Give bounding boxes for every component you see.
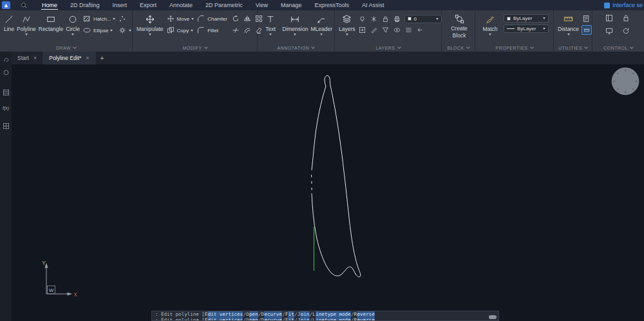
command-option-linetype-mode[interactable]: Linetype mode [312, 317, 351, 321]
command-scrollbar-thumb[interactable] [489, 315, 497, 319]
interface-settings-button[interactable]: Interface se [604, 0, 643, 10]
match-properties-button[interactable]: Match [479, 12, 501, 35]
layers-button[interactable]: Layers [339, 12, 355, 35]
tab-close-icon[interactable]: × [86, 55, 89, 61]
trim-icon[interactable] [231, 26, 240, 35]
fields-panel-icon[interactable]: f(x) [1, 103, 10, 112]
panels-icon[interactable] [605, 14, 614, 23]
layer-on-icon[interactable] [358, 14, 367, 23]
quick-measure-toggle[interactable] [582, 25, 592, 35]
polyline-icon [22, 14, 31, 24]
command-prompt-text: : Edit polyline [ [155, 317, 205, 321]
app-logo[interactable] [2, 1, 10, 9]
drawing-viewport: W Y X [12, 64, 644, 321]
layer-previous-icon[interactable] [416, 25, 425, 34]
fillet-icon [196, 26, 205, 35]
text-button[interactable]: Text [261, 12, 279, 35]
move-button[interactable]: Move [166, 14, 194, 23]
new-tab-button[interactable]: + [96, 52, 109, 64]
color-dropdown[interactable]: ByLayer [504, 14, 549, 23]
ucs-icon: W Y X [42, 260, 77, 298]
dimension-icon [290, 14, 299, 24]
menu-item-home[interactable]: Home [35, 0, 64, 10]
chamfer-button[interactable]: Chamfer [196, 14, 227, 23]
left-panel-bar: f(x) [0, 52, 12, 321]
command-option-edit-vertices[interactable]: Edit vertices [205, 317, 243, 321]
layer-filter-icon[interactable] [381, 25, 390, 34]
manipulate-button[interactable]: Manipulate [137, 12, 164, 35]
layer-select-dropdown[interactable]: 0 [404, 15, 442, 23]
polyline-button[interactable]: Polyline [17, 12, 36, 35]
match-brush-icon [486, 14, 495, 24]
mleader-button[interactable]: MLeader [310, 12, 332, 35]
menu-item-annotate[interactable]: Annotate [163, 0, 199, 10]
rectangle-button[interactable]: Rectangle [39, 12, 63, 32]
layer-new-icon[interactable] [358, 25, 367, 34]
circle-button[interactable]: Circle [66, 12, 80, 35]
command-option-join[interactable]: Join [298, 317, 310, 321]
polyline-entity[interactable] [312, 75, 361, 277]
linetype-dropdown[interactable]: ByLayer [504, 24, 549, 33]
hatch-button[interactable]: Hatch... [82, 14, 116, 23]
monitor-icon[interactable] [605, 26, 614, 35]
menu-item-2d-drafting[interactable]: 2D Drafting [64, 0, 106, 10]
layers-group-title: LAYERS [375, 46, 395, 50]
distance-button[interactable]: Distance [558, 12, 579, 35]
mleader-label: MLeader [310, 26, 332, 32]
menu-item-expresstools[interactable]: ExpressTools [308, 0, 356, 10]
ellipse-button[interactable]: Ellipse [82, 26, 116, 35]
command-option-reverse[interactable]: Reverse [354, 317, 375, 321]
block-group-label: BLOCK [442, 46, 475, 50]
lock-icon[interactable] [621, 14, 630, 23]
modify-group-title: MODIFY [182, 46, 202, 50]
command-option-hotkey: O [246, 317, 249, 321]
calculator-icon[interactable] [582, 14, 591, 23]
chamfer-label: Chamfer [207, 16, 227, 22]
mirror-icon[interactable] [243, 14, 252, 23]
hook-icon[interactable] [1, 55, 10, 64]
ellipse-icon [82, 26, 91, 35]
command-option-open[interactable]: Open [246, 317, 258, 321]
document-tab-polyline-edit[interactable]: Polyline Edit*× [43, 52, 95, 64]
properties-panel-icon[interactable] [1, 88, 10, 97]
copy-button[interactable]: Copy [166, 26, 194, 35]
circle-tool-icon[interactable] [1, 68, 10, 77]
chevron-down-icon [584, 45, 588, 49]
copy-label: Copy [177, 28, 189, 34]
layer-states-icon[interactable] [404, 25, 413, 34]
document-tab-start[interactable]: Start× [12, 52, 43, 64]
dimension-button[interactable]: Dimension [282, 12, 308, 35]
layer-edit-icon[interactable] [370, 25, 379, 34]
menu-item-ai-assist[interactable]: AI Assist [355, 0, 391, 10]
menu-item-manage[interactable]: Manage [274, 0, 308, 10]
command-line-panel[interactable]: : Edit polyline [Edit vertices/Open/Decu… [151, 311, 499, 321]
line-button[interactable]: Line [4, 12, 14, 32]
command-option-decurve[interactable]: Decurve [261, 317, 283, 321]
datagrid-panel-icon[interactable] [1, 121, 10, 130]
fillet-button[interactable]: Fillet [196, 26, 227, 35]
line-label: Line [4, 26, 14, 32]
point-button[interactable] [118, 14, 131, 23]
chevron-down-icon [397, 45, 401, 49]
dimension-label: Dimension [282, 26, 308, 32]
caret-down-icon [543, 17, 545, 19]
offset-icon[interactable] [243, 26, 252, 35]
ucs-x-label: X [73, 291, 77, 298]
create-block-button[interactable]: Create Block [446, 12, 473, 39]
menu-item-insert[interactable]: Insert [106, 0, 134, 10]
layer-plot-icon[interactable] [393, 14, 402, 23]
command-option-fit[interactable]: Fit [285, 317, 295, 321]
layer-freeze-icon[interactable] [370, 14, 379, 23]
layer-isolate-icon[interactable] [393, 25, 402, 34]
draw-settings-button[interactable] [118, 26, 131, 35]
tab-close-icon[interactable]: × [33, 55, 37, 61]
menu-item-2d-parametric[interactable]: 2D Parametric [199, 0, 249, 10]
search-icon[interactable] [21, 2, 28, 9]
rotate-icon[interactable] [231, 14, 240, 23]
layer-lock-icon[interactable] [381, 14, 390, 23]
menu-item-view[interactable]: View [249, 0, 274, 10]
menu-item-export[interactable]: Export [133, 0, 163, 10]
sync-icon[interactable] [621, 26, 630, 35]
view-compass[interactable] [612, 68, 639, 95]
drawing-canvas[interactable]: W Y X [12, 64, 644, 321]
